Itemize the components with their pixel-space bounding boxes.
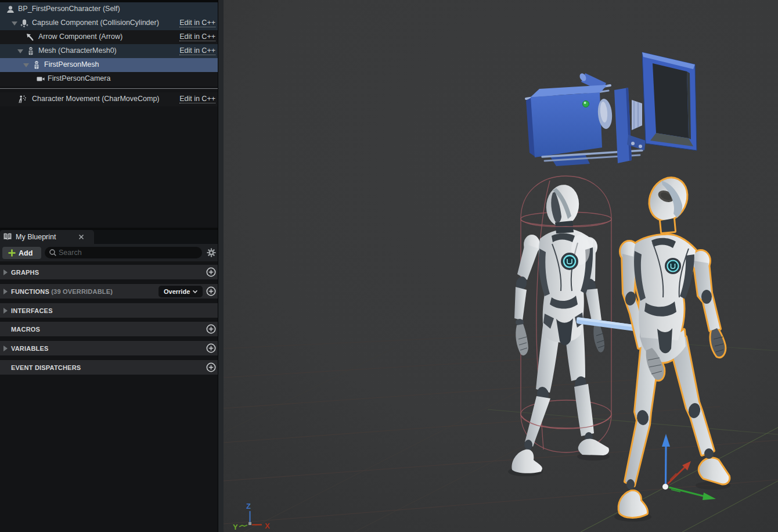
- svg-text:X: X: [265, 522, 270, 530]
- svg-text:Y: Y: [233, 523, 238, 531]
- svg-text:Z: Z: [246, 502, 251, 511]
